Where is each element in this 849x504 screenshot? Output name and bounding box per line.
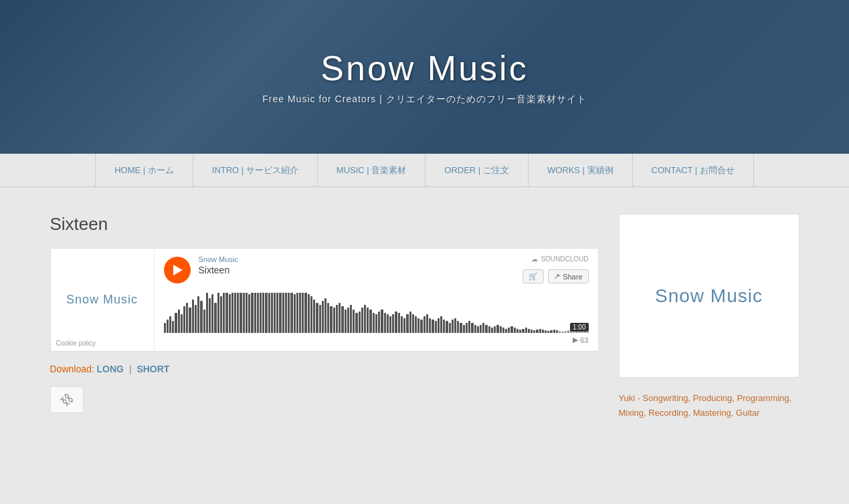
cart-icon: 🛒 [529, 272, 538, 281]
download-short-link[interactable]: SHORT [136, 364, 169, 374]
share-icon: ↗ [554, 272, 560, 281]
download-long-link[interactable]: LONG [97, 364, 124, 374]
song-title: Sixteen [50, 214, 599, 235]
sc-cloud-icon: ☁ [531, 255, 538, 263]
sc-share-button[interactable]: ↗ Share [548, 269, 588, 283]
sidebar: Snow Music Yuki - Songwriting, Producing… [619, 214, 799, 420]
sidebar-logo-card: Snow Music [619, 214, 799, 378]
sc-buy-button[interactable]: 🛒 [523, 269, 544, 283]
sc-logo-text: SOUNDCLOUD [541, 255, 588, 263]
sc-waveform[interactable] [164, 293, 589, 333]
download-separator: | [129, 364, 132, 374]
play-count-value: 63 [580, 336, 588, 344]
main-wrapper: Sixteen Snow Music Cookie policy Snow Mu… [23, 187, 826, 434]
nav-music[interactable]: MUSIC | 音楽素材 [318, 154, 426, 186]
sc-right-panel: Snow Music Sixteen ☁ SOUNDCLOUD 🛒 [155, 249, 598, 351]
nav-works[interactable]: WORKS | 実績例 [529, 154, 633, 186]
content-left: Sixteen Snow Music Cookie policy Snow Mu… [50, 214, 599, 420]
sc-play-button[interactable] [164, 257, 191, 283]
nav-home[interactable]: HOME | ホーム [95, 154, 193, 186]
sidebar-logo-text: Snow Music [655, 285, 763, 307]
sc-top-row: Snow Music Sixteen ☁ SOUNDCLOUD 🛒 [164, 255, 589, 283]
sc-time-badge: 1:00 [570, 323, 588, 332]
sc-action-buttons: 🛒 ↗ Share [523, 269, 588, 283]
hero-header: Snow Music Free Music for Creators | クリエ… [0, 0, 849, 154]
download-row: Download: LONG | SHORT [50, 364, 599, 374]
sc-bottom-row: ▶ 63 [164, 336, 589, 344]
chain-link-icon: ⛓ [58, 390, 76, 409]
play-count-icon: ▶ [573, 336, 578, 344]
sc-left-panel: Snow Music Cookie policy [51, 249, 155, 351]
link-icon-area[interactable]: ⛓ [50, 386, 84, 413]
play-icon [173, 265, 183, 275]
hero-content: Snow Music Free Music for Creators | クリエ… [262, 48, 586, 106]
sc-soundcloud-logo: ☁ SOUNDCLOUD [531, 255, 588, 263]
sc-artwork-text: Snow Music [66, 293, 138, 307]
main-nav: HOME | ホーム INTRO | サービス紹介 MUSIC | 音楽素材 O… [0, 154, 849, 187]
sc-waveform-area[interactable]: 1:00 [164, 289, 589, 333]
nav-intro[interactable]: INTRO | サービス紹介 [193, 154, 318, 186]
sc-share-label: Share [563, 273, 582, 281]
sc-cookie[interactable]: Cookie policy [56, 340, 96, 347]
sc-info: Snow Music Sixteen [199, 255, 515, 275]
site-subtitle: Free Music for Creators | クリエイターのためのフリー音… [262, 94, 586, 106]
soundcloud-embed: Snow Music Cookie policy Snow Music Sixt… [50, 248, 599, 352]
nav-order[interactable]: ORDER | ご注文 [426, 154, 529, 186]
sc-track-name: Sixteen [199, 265, 515, 275]
sc-play-count: ▶ 63 [573, 336, 588, 344]
sidebar-credits: Yuki - Songwriting, Producing, Programmi… [619, 391, 799, 420]
nav-contact[interactable]: CONTACT | お問合せ [633, 154, 754, 186]
sc-artist-link[interactable]: Snow Music [199, 255, 515, 263]
download-label: Download: [50, 364, 94, 374]
site-title: Snow Music [262, 48, 586, 88]
